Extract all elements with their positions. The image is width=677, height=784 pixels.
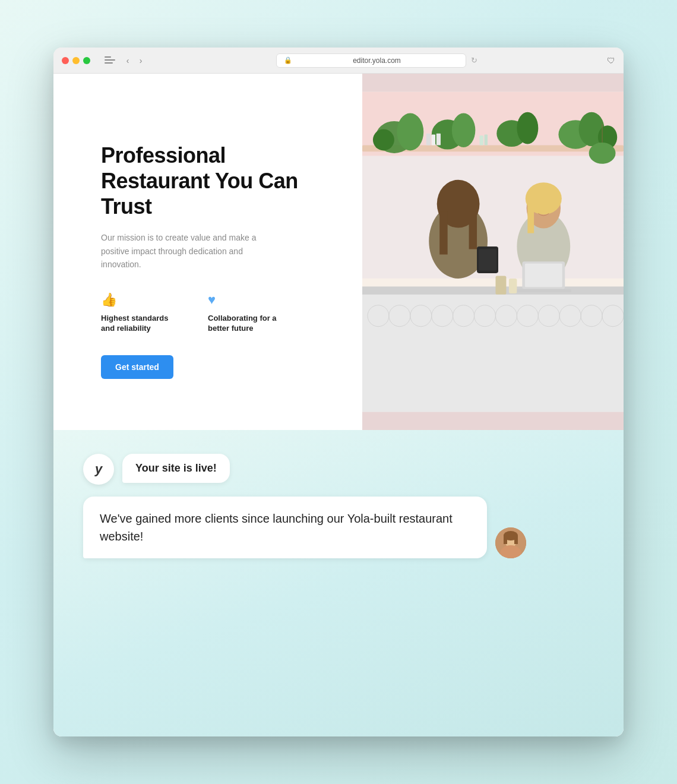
svg-rect-16 [432,134,435,145]
forward-button[interactable]: › [135,55,146,66]
svg-rect-19 [485,134,488,145]
traffic-lights [62,57,90,64]
svg-rect-34 [362,279,624,286]
svg-rect-17 [436,134,441,146]
svg-rect-38 [469,212,477,249]
user-avatar [495,527,526,558]
minimize-button[interactable] [72,57,80,64]
website-right-panel [362,74,624,430]
mac-window: ‹ › 🔒 editor.yola.com ↻ 🛡 Professional R… [53,48,624,736]
hero-subtitle: Our mission is to create value and make … [101,231,267,271]
feature-standards-label: Highest standards and reliability [101,314,184,334]
browser-controls: ‹ › [105,55,146,66]
svg-rect-15 [426,134,431,146]
get-started-button[interactable]: Get started [101,355,173,379]
svg-point-5 [373,129,394,150]
svg-rect-54 [504,535,507,544]
website-left-panel: Professional Restaurant You Can Trust Ou… [53,74,362,430]
svg-point-4 [397,113,423,151]
yola-letter: y [95,461,102,477]
sidebar-toggle[interactable] [105,56,115,65]
svg-rect-49 [509,279,517,293]
chat-section: y Your site is live! We've gained more c… [53,430,624,736]
feature-collaborating: ♥ Collaborating for a better future [208,292,291,334]
heart-icon: ♥ [208,292,291,308]
svg-rect-46 [525,264,562,287]
svg-rect-18 [480,135,483,145]
yola-avatar: y [83,454,114,485]
svg-rect-40 [479,249,497,271]
chat-bubble-sent: We've gained more clients since launchin… [83,497,487,558]
feature-standards: 👍 Highest standards and reliability [101,292,184,334]
window-content: Professional Restaurant You Can Trust Ou… [53,74,624,736]
svg-rect-55 [514,536,518,544]
svg-rect-37 [439,212,447,255]
feature-collaborating-label: Collaborating for a better future [208,314,291,334]
chat-message-received: y Your site is live! [83,454,594,485]
close-button[interactable] [62,57,69,64]
svg-rect-48 [495,276,506,294]
svg-point-13 [589,143,616,164]
nav-arrows: ‹ › [122,55,146,66]
features-row: 👍 Highest standards and reliability ♥ Co… [101,292,333,334]
url-text[interactable]: editor.yola.com [296,56,458,65]
svg-rect-47 [516,289,571,292]
svg-point-9 [517,112,538,144]
chat-message-sent: We've gained more clients since launchin… [83,497,594,558]
title-bar: ‹ › 🔒 editor.yola.com ↻ 🛡 [53,48,624,74]
website-section: Professional Restaurant You Can Trust Ou… [53,74,624,430]
thumbs-up-icon: 👍 [101,292,184,308]
fullscreen-button[interactable] [83,57,90,64]
svg-rect-20 [362,279,624,412]
chat-bubble-received: Your site is live! [122,454,230,483]
svg-point-7 [452,113,476,147]
hero-title: Professional Restaurant You Can Trust [101,143,333,220]
refresh-button[interactable]: ↻ [471,56,477,65]
lock-icon: 🔒 [284,56,292,64]
restaurant-scene [362,74,624,430]
restaurant-illustration [362,74,624,430]
svg-rect-44 [527,201,534,233]
user-avatar-image [495,527,526,558]
back-button[interactable]: ‹ [122,55,133,66]
security-icon: 🛡 [607,56,615,65]
address-bar-container: 🔒 editor.yola.com ↻ [151,53,602,68]
address-bar: 🔒 editor.yola.com [276,53,466,68]
